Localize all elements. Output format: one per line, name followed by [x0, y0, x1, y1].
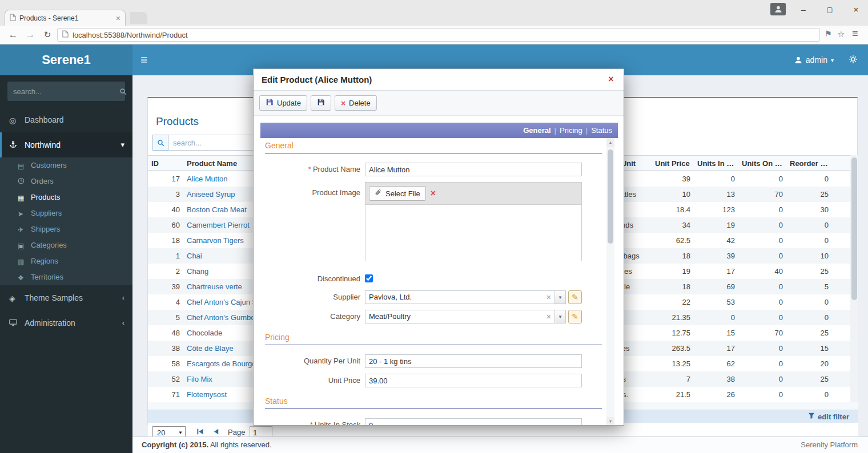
user-menu[interactable]: admin ▾: [794, 45, 834, 75]
sidebar-item-suppliers[interactable]: ➤Suppliers: [0, 205, 132, 221]
new-tab-button[interactable]: [130, 12, 147, 24]
column-header-reorder[interactable]: Reorder Level: [786, 156, 832, 171]
browser-menu-icon[interactable]: ≡: [852, 28, 858, 40]
cell-reorder: 15: [786, 341, 832, 356]
update-button[interactable]: Update: [259, 95, 307, 111]
dropdown-arrow-icon[interactable]: ▾: [554, 291, 565, 304]
edit-product-dialog: Edit Product (Alice Mutton) × Update × D…: [253, 68, 624, 426]
browser-tab[interactable]: Products - Serene1 ×: [5, 10, 126, 26]
window-maximize-button[interactable]: ▢: [820, 3, 839, 16]
cell-reorder: 0: [786, 294, 832, 310]
file-preview-area: [365, 204, 581, 261]
cell-stock: 13: [694, 187, 738, 202]
cell-id: 38: [148, 341, 183, 356]
column-header-stock[interactable]: Units In Stock: [694, 156, 738, 171]
back-button[interactable]: ←: [6, 28, 21, 42]
delete-button-label: Delete: [349, 99, 371, 107]
cell-price: 18: [652, 279, 694, 294]
nav-link-general[interactable]: General: [523, 126, 550, 135]
grid-search: [152, 135, 259, 151]
cell-price: 10: [652, 187, 694, 202]
sidebar-item-orders[interactable]: Orders: [0, 173, 132, 189]
address-bar[interactable]: localhost:55388/Northwind/Product: [57, 28, 820, 42]
sidebar-toggle-icon[interactable]: ≡: [140, 52, 147, 68]
cell-id: 60: [148, 217, 183, 233]
clear-x-icon[interactable]: ×: [546, 291, 551, 304]
sidebar-item-theme-samples[interactable]: ◈Theme Samples ‹: [0, 285, 132, 310]
category-label: Category: [254, 310, 360, 323]
sidebar-item-categories[interactable]: ▣Categories: [0, 237, 132, 253]
discontinued-checkbox[interactable]: [365, 274, 373, 282]
sidebar-item-regions[interactable]: ▥Regions: [0, 253, 132, 269]
sidebar: ◎Dashboard Northwind ▾ ▤Customers Orders…: [0, 75, 132, 453]
sidebar-item-administration[interactable]: Administration ‹: [0, 310, 132, 335]
quantity-per-unit-input[interactable]: [365, 354, 582, 368]
unit-price-input[interactable]: [365, 374, 582, 387]
forward-button[interactable]: →: [23, 28, 38, 42]
brand-logo[interactable]: Serene1: [0, 45, 132, 75]
supplier-select[interactable]: Pavlova, Ltd. × ▾: [365, 290, 566, 304]
sidebar-item-northwind[interactable]: Northwind ▾: [0, 132, 132, 157]
sidebar-item-customers[interactable]: ▤Customers: [0, 157, 132, 173]
edit-filter-link[interactable]: edit filter: [818, 410, 849, 423]
cell-price: 12.75: [652, 325, 694, 341]
column-header-price[interactable]: Unit Price: [652, 156, 694, 171]
select-file-button[interactable]: Select File: [369, 186, 426, 201]
tab-close-icon[interactable]: ×: [116, 14, 120, 22]
profile-button[interactable]: [770, 3, 786, 15]
clear-x-icon[interactable]: ×: [546, 310, 551, 323]
northwind-submenu: ▤Customers Orders ▦Products ➤Suppliers ✈…: [0, 157, 132, 285]
cell-on_order: 0: [738, 371, 786, 387]
dropdown-arrow-icon[interactable]: ▾: [554, 310, 565, 323]
cell-price: 18: [652, 248, 694, 264]
sidebar-item-label: Theme Samples: [25, 293, 83, 302]
cell-reorder: 0: [786, 171, 832, 187]
flag-icon[interactable]: ⚑: [825, 29, 832, 38]
pencil-icon: ✎: [572, 293, 578, 302]
settings-gear-icon[interactable]: [849, 55, 858, 66]
scroll-down-icon[interactable]: ▾: [606, 417, 614, 426]
scrollbar-thumb[interactable]: [851, 157, 857, 300]
cell-price: 62.5: [652, 233, 694, 248]
scroll-up-icon[interactable]: ▴: [606, 138, 614, 147]
cell-id: 17: [148, 171, 183, 187]
search-icon[interactable]: [152, 135, 168, 151]
map-marker-icon: ◈: [9, 286, 25, 311]
delete-button[interactable]: × Delete: [335, 95, 377, 111]
document-icon: [62, 30, 69, 39]
sidebar-item-products[interactable]: ▦Products: [0, 189, 132, 205]
window-minimize-button[interactable]: –: [794, 3, 813, 16]
units-in-stock-input[interactable]: [365, 418, 582, 426]
apply-changes-button[interactable]: [311, 95, 331, 111]
column-header-on_order[interactable]: Units On Order: [738, 156, 786, 171]
remove-file-icon[interactable]: ×: [431, 188, 436, 199]
dialog-scrollbar[interactable]: ▴ ▾: [606, 138, 614, 426]
dialog-close-icon[interactable]: ×: [605, 74, 617, 85]
scrollbar-thumb[interactable]: [608, 149, 613, 244]
cell-reorder: 25: [786, 187, 832, 202]
edit-category-button[interactable]: ✎: [568, 310, 582, 323]
category-select[interactable]: Meat/Poultry × ▾: [365, 310, 566, 323]
cell-id: 71: [148, 387, 183, 402]
products-icon: ▦: [18, 190, 31, 206]
edit-supplier-button[interactable]: ✎: [568, 290, 582, 304]
grid-scrollbar[interactable]: [850, 155, 858, 402]
chevron-down-icon: ▾: [120, 132, 124, 157]
cell-on_order: 0: [738, 279, 786, 294]
cell-on_order: 70: [738, 187, 786, 202]
refresh-button[interactable]: ↻: [40, 28, 55, 42]
required-marker: *: [308, 165, 311, 173]
grid-search-input[interactable]: [168, 135, 259, 151]
sidebar-item-shippers[interactable]: ✈Shippers: [0, 221, 132, 237]
product-name-input[interactable]: [365, 163, 582, 176]
screen: Products - Serene1 × – ▢ × ← → ↻ localho…: [0, 0, 868, 453]
column-header-id[interactable]: ID: [148, 156, 183, 171]
cell-stock: 17: [694, 264, 738, 279]
sidebar-item-dashboard[interactable]: ◎Dashboard: [0, 107, 132, 132]
bookmark-star-icon[interactable]: ☆: [837, 29, 845, 39]
nav-link-pricing[interactable]: Pricing: [560, 126, 582, 135]
nav-link-status[interactable]: Status: [591, 126, 612, 135]
window-close-button[interactable]: ×: [846, 3, 866, 16]
sidebar-search-input[interactable]: [7, 87, 119, 96]
sidebar-item-territories[interactable]: ❖Territories: [0, 269, 132, 285]
